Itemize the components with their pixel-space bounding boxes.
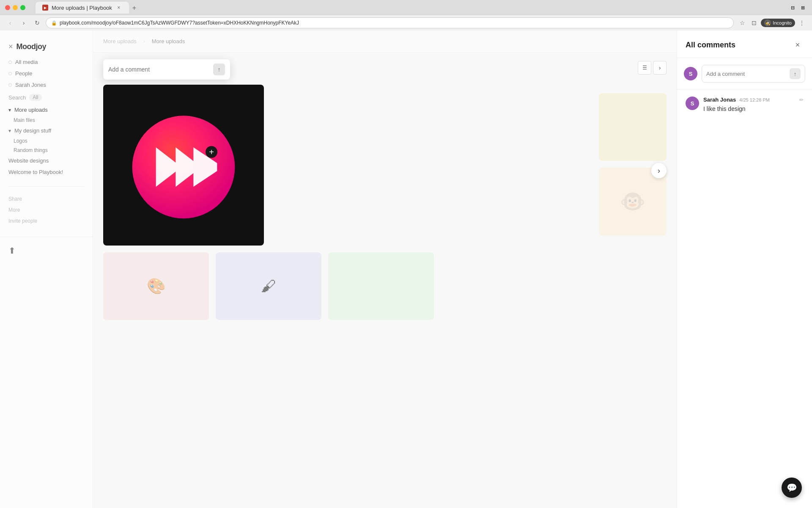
comment-body-1: I like this design <box>703 105 804 113</box>
menu-button[interactable]: ⋮ <box>797 18 807 28</box>
dot-icon <box>8 72 12 75</box>
comments-panel: All comments × S ↑ S Sarah Jonas 4/25 12… <box>677 30 812 508</box>
new-tab-button[interactable]: + <box>129 3 140 14</box>
next-view-button[interactable]: › <box>653 61 667 75</box>
upload-icon[interactable]: ⬆ <box>8 246 16 255</box>
browser-titlebar: ▶ More uploads | Playbook × + ⊟ ⊞ <box>0 0 812 15</box>
browser-tabs: ▶ More uploads | Playbook × + <box>36 2 785 14</box>
url-text: playbook.com/moodjoy/oF8aow1mC6JgTsAzWWG… <box>60 20 299 26</box>
sidebar-item-label: Sarah Jones <box>15 82 46 88</box>
refresh-button[interactable]: ↻ <box>32 18 42 28</box>
second-row: 🎨 🖌 <box>103 252 667 320</box>
incognito-icon: 🕵 <box>764 19 771 26</box>
image-card-yellow[interactable] <box>599 93 667 161</box>
featured-image[interactable]: + <box>103 85 264 246</box>
sidebar-item-label: My design stuff <box>14 127 51 134</box>
chat-icon: 💬 <box>787 483 797 493</box>
comment-input-avatar: S <box>684 67 697 80</box>
comments-close-button[interactable]: × <box>792 39 804 51</box>
window-minimize[interactable]: ⊟ <box>788 3 797 12</box>
comment-input-area: S ↑ <box>677 58 812 90</box>
sidebar-item-website-designs[interactable]: Website designs <box>0 155 93 166</box>
back-button[interactable]: ‹ <box>5 18 15 28</box>
sidebar-group-more-uploads: ▾ More uploads Main files <box>0 104 93 125</box>
address-bar[interactable]: 🔒 playbook.com/moodjoy/oF8aow1mC6JgTsAzW… <box>46 17 734 28</box>
sidebar-nav: All media People Sarah Jones Search All … <box>0 55 93 228</box>
next-image-button[interactable]: › <box>651 163 667 178</box>
sidebar-item-misc3[interactable]: Invite people <box>0 215 93 226</box>
forward-button[interactable]: › <box>19 18 29 28</box>
panel-comment-submit[interactable]: ↑ <box>790 68 801 79</box>
sidebar-item-people[interactable]: People <box>0 68 93 79</box>
sidebar-item-all-media[interactable]: All media <box>0 56 93 68</box>
sidebar-item-label: Welcome to Playbook! <box>8 169 63 175</box>
main-topbar: More uploads › More uploads <box>93 30 677 52</box>
sidebar-close-icon[interactable]: × <box>8 42 13 51</box>
traffic-light-red[interactable] <box>5 5 10 10</box>
sidebar-bottom: ⬆ <box>0 237 93 264</box>
comment-author-1: Sarah Jonas <box>703 97 736 103</box>
list-view-button[interactable]: ☰ <box>638 61 651 75</box>
lock-icon: 🔒 <box>51 20 57 26</box>
incognito-badge: 🕵 Incognito <box>761 19 795 27</box>
panel-comment-input[interactable] <box>706 71 790 77</box>
bookmark-button[interactable]: ☆ <box>737 18 747 28</box>
traffic-lights <box>5 5 25 10</box>
chat-widget[interactable]: 💬 <box>782 478 802 498</box>
featured-image-wrapper: ↑ <box>103 85 264 246</box>
browser-toolbar-actions: ☆ ⊡ 🕵 Incognito ⋮ <box>737 18 807 28</box>
image-comment-submit[interactable]: ↑ <box>213 64 225 75</box>
traffic-light-green[interactable] <box>20 5 25 10</box>
breadcrumb-text: More uploads <box>103 38 137 44</box>
topbar-current: More uploads <box>152 38 185 44</box>
extensions-button[interactable]: ⊡ <box>749 18 759 28</box>
sidebar-search-row: Search All <box>0 91 93 104</box>
comment-list: S Sarah Jonas 4/25 12:28 PM ✏ I like thi… <box>677 90 812 120</box>
breadcrumb-sep: › <box>143 39 145 44</box>
main-content: More uploads › More uploads More uploads… <box>93 30 677 508</box>
view-controls: ☰ › <box>638 61 667 75</box>
sidebar-item-more-uploads[interactable]: ▾ More uploads <box>0 104 93 116</box>
tab-icon: ▶ <box>42 5 48 11</box>
dot-icon <box>8 61 12 64</box>
app-layout: × Moodjoy All media People Sarah Jones S… <box>0 30 812 508</box>
sidebar-item-label: People <box>15 70 32 77</box>
sidebar-item-misc2[interactable]: More <box>0 204 93 215</box>
image-card-2b[interactable]: 🖌 <box>216 252 321 320</box>
dot-icon <box>8 83 12 87</box>
add-comment-pin[interactable]: + <box>206 146 217 158</box>
sidebar-item-label: All media <box>15 59 38 65</box>
traffic-light-yellow[interactable] <box>13 5 18 10</box>
folder-icon: ▾ <box>8 107 11 113</box>
comment-header-1: Sarah Jonas 4/25 12:28 PM ✏ <box>703 97 804 103</box>
sidebar-item-main-files[interactable]: Main files <box>0 116 93 125</box>
tab-title: More uploads | Playbook <box>52 5 112 11</box>
comment-item-1: S Sarah Jonas 4/25 12:28 PM ✏ I like thi… <box>677 90 812 120</box>
browser-toolbar: ‹ › ↻ 🔒 playbook.com/moodjoy/oF8aow1mC6J… <box>0 15 812 30</box>
image-comment-tooltip: ↑ <box>103 59 230 80</box>
comment-time-1: 4/25 12:28 PM <box>739 97 770 102</box>
secondary-images-col: 🐵 <box>271 93 667 235</box>
sidebar: × Moodjoy All media People Sarah Jones S… <box>0 30 93 508</box>
sidebar-item-sarah-jones[interactable]: Sarah Jones <box>0 79 93 91</box>
sidebar-item-welcome[interactable]: Welcome to Playbook! <box>0 166 93 178</box>
comment-edit-icon-1[interactable]: ✏ <box>799 97 804 103</box>
images-row: ↑ <box>103 85 667 246</box>
sidebar-item-misc1[interactable]: Share <box>0 193 93 204</box>
tab-close-icon[interactable]: × <box>115 4 122 11</box>
image-card-2a[interactable]: 🎨 <box>103 252 209 320</box>
comments-header: All comments × <box>677 30 812 58</box>
search-label: Search <box>8 94 26 101</box>
image-comment-input[interactable] <box>108 66 210 73</box>
sidebar-item-random-things[interactable]: Random things <box>0 146 93 155</box>
sidebar-item-my-design-stuff[interactable]: ▾ My design stuff <box>0 125 93 136</box>
comment-text-field-wrapper[interactable]: ↑ <box>702 65 805 83</box>
comment-content-1: Sarah Jonas 4/25 12:28 PM ✏ I like this … <box>703 97 804 113</box>
image-card-2c[interactable] <box>328 252 434 320</box>
browser-chrome: ▶ More uploads | Playbook × + ⊟ ⊞ ‹ › ↻ … <box>0 0 812 30</box>
incognito-label: Incognito <box>773 20 792 25</box>
window-expand[interactable]: ⊞ <box>798 3 807 12</box>
images-area: ↑ <box>93 81 677 378</box>
active-tab[interactable]: ▶ More uploads | Playbook × <box>36 2 129 14</box>
sidebar-item-logos[interactable]: Logos <box>0 136 93 146</box>
